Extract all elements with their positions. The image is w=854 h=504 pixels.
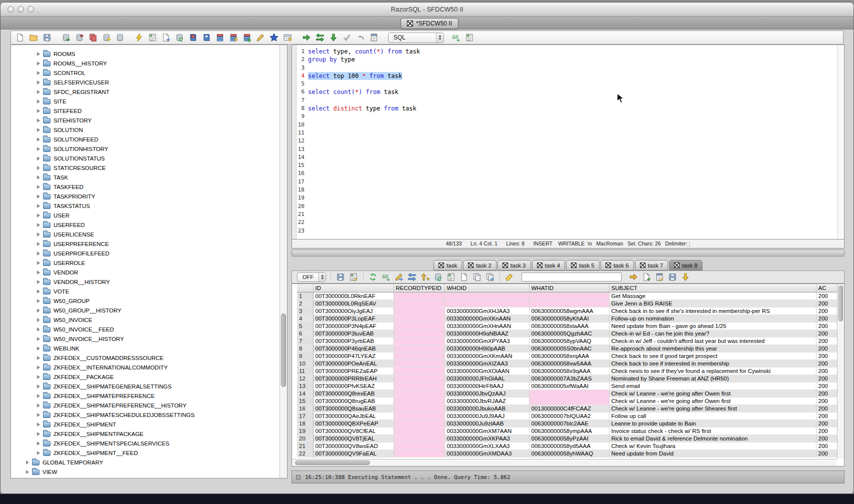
row-number-cell[interactable]: 1	[297, 292, 313, 300]
row-number-cell[interactable]: 13	[297, 382, 313, 390]
table-cell[interactable]: Need update from Bain - gave go ahead 1/…	[609, 322, 816, 330]
close-tab-icon[interactable]	[438, 262, 444, 268]
sidebar-item-solution[interactable]: SOLUTION	[11, 125, 280, 134]
table-cell[interactable]: 0033000000GmXHJAA3	[444, 307, 529, 314]
editor-line[interactable]: 7	[297, 96, 837, 104]
sidebar-item-site[interactable]: SITE	[11, 96, 280, 106]
disclosure-triangle-icon[interactable]	[37, 90, 40, 94]
table-cell[interactable]: 006300000058xlaAAA	[529, 322, 609, 330]
table-cell[interactable]: 200	[816, 322, 838, 330]
sidebar-item-zkfedex-shipment[interactable]: ZKFEDEX__SHIPMENT	[11, 420, 280, 429]
table-cell[interactable]: 0013000000C4fFCAAZ	[529, 404, 609, 412]
table-cell[interactable]: 200	[816, 300, 838, 307]
table-cell[interactable]: 200	[816, 382, 838, 390]
table-cell[interactable]	[394, 322, 444, 330]
save-edits-button[interactable]	[668, 272, 678, 282]
row-number-cell[interactable]: 11	[297, 367, 313, 374]
table-cell[interactable]	[444, 300, 529, 307]
disclosure-triangle-icon[interactable]	[26, 460, 29, 464]
table-cell[interactable]: 00T3000000OiyJgEAJ	[313, 307, 394, 314]
table-cell[interactable]: 200	[816, 420, 838, 427]
sidebar-item-taskfeed[interactable]: TASKFEED	[11, 182, 280, 192]
disclosure-triangle-icon[interactable]	[37, 451, 40, 455]
tree-view-button[interactable]	[407, 272, 417, 282]
editor-scrollbar[interactable]	[838, 45, 844, 239]
table-cell[interactable]	[529, 390, 609, 397]
table-row[interactable]: 1300T3000000PfvKSEAZ0033000000HirF8AAJ00…	[297, 382, 838, 390]
table-cell[interactable]: 00T3000000QV8CfEAL	[313, 427, 394, 434]
table-cell[interactable]: 00630000005QgzhAAC	[529, 330, 609, 337]
disclosure-triangle-icon[interactable]	[37, 166, 40, 170]
table-row[interactable]: 1100T3000000PREZaEAP0033000000GmXOiAAN00…	[297, 367, 838, 374]
table-cell[interactable]	[394, 307, 444, 314]
reload-data-button[interactable]	[433, 272, 443, 282]
results-rows-button[interactable]	[215, 32, 225, 42]
table-cell[interactable]: Get Massage	[609, 292, 816, 300]
disclosure-triangle-icon[interactable]	[37, 185, 40, 189]
table-cell[interactable]: Check w/ Leanne - we're going after Owen…	[609, 390, 816, 397]
table-cell[interactable]	[394, 434, 444, 442]
disclosure-triangle-icon[interactable]	[37, 100, 40, 104]
table-cell[interactable]: 00630000005S0bnAAC	[529, 344, 609, 352]
table-cell[interactable]: 0033000000JbukoAAB	[444, 404, 529, 412]
column-header-whatid[interactable]: WHATID	[529, 284, 609, 292]
editor-line[interactable]: 17	[297, 178, 837, 186]
copy-table-data-button[interactable]	[485, 272, 495, 282]
table-row[interactable]: 300T3000000OiyJgEAJ0033000000GmXHJAA3006…	[297, 307, 838, 314]
table-row[interactable]: 100T3000000L0RknEAFGet Massage200	[297, 292, 838, 300]
fetch-more-button[interactable]	[228, 32, 238, 42]
disclosure-triangle-icon[interactable]	[37, 118, 40, 122]
table-cell[interactable]: Give Jenn a BIG RAISE	[609, 300, 816, 307]
copy-table-button[interactable]	[88, 32, 98, 42]
table-cell[interactable]: 00T3000000PRR8rEAH	[313, 374, 394, 382]
disclosure-triangle-icon[interactable]	[37, 109, 40, 113]
editor-line[interactable]: 15	[297, 162, 837, 170]
db-object-button[interactable]	[115, 32, 125, 42]
results-hscrollbar-thumb[interactable]	[295, 460, 370, 465]
table-cell[interactable]: 00T3000000QV8wsEAD	[313, 442, 394, 450]
table-cell[interactable]: 00T3000000P3yrbEAB	[313, 337, 394, 344]
favorites-button[interactable]	[269, 32, 279, 42]
results-tab-task-8[interactable]: task 8	[669, 260, 702, 270]
disclosure-triangle-icon[interactable]	[37, 242, 40, 246]
sidebar-item-weblink[interactable]: WEBLINK	[11, 344, 280, 353]
sidebar-item-vendor[interactable]: VENDOR	[11, 268, 280, 277]
results-tab-task-2[interactable]: task 2	[463, 260, 496, 270]
table-row[interactable]: 200T3000000L0RqSEAVGive Jenn a BIG RAISE…	[297, 300, 838, 307]
table-cell[interactable]: 00T3000000P47LYEAZ	[313, 352, 394, 360]
table-row[interactable]: 1000T3000000POeAnEAL0033000000GmXIZAA300…	[297, 360, 838, 367]
editor-line[interactable]: 13	[297, 146, 837, 154]
table-cell[interactable]: 200	[816, 427, 838, 434]
table-cell[interactable]: 200	[816, 442, 838, 450]
table-cell[interactable]: Need update from David	[609, 450, 816, 457]
sidebar-item-sitehistory[interactable]: SITEHISTORY	[11, 116, 280, 125]
view-row-button[interactable]: 66	[381, 272, 391, 282]
disclosure-triangle-icon[interactable]	[37, 261, 40, 265]
sidebar-item-rooms[interactable]: ROOMS	[11, 49, 280, 58]
row-limit-select-stepper-icon[interactable]	[318, 273, 326, 282]
row-form-button[interactable]	[459, 272, 469, 282]
sidebar-item-solutionstatus[interactable]: SOLUTIONSTATUS	[11, 154, 280, 163]
table-cell[interactable]: 0033000000JFhGlAAL	[444, 374, 529, 382]
table-cell[interactable]: 0033000000GmXM7AAN	[444, 427, 529, 434]
table-cell[interactable]	[529, 300, 609, 307]
row-number-cell[interactable]: 19	[297, 427, 313, 434]
editor-line[interactable]: 10	[297, 121, 837, 129]
disclosure-triangle-icon[interactable]	[37, 62, 40, 66]
table-cell[interactable]	[394, 367, 444, 374]
sidebar-item-solutionhistory[interactable]: SOLUTIONHISTORY	[11, 144, 280, 154]
table-cell[interactable]: 006300000058ypVAAQ	[529, 337, 609, 344]
editor-line[interactable]: 19	[297, 194, 837, 202]
sidebar-item-userlicense[interactable]: USERLICENSE	[11, 230, 280, 239]
editor-line[interactable]: 11	[297, 129, 837, 137]
table-cell[interactable]: 00630000007A3bZAAS	[529, 374, 609, 382]
table-cell[interactable]: 0033000000H9aNBAAZ	[444, 330, 529, 337]
close-tab-icon[interactable]	[674, 262, 680, 268]
table-cell[interactable]: 00T3000000QAeJbEAL	[313, 412, 394, 420]
table-cell[interactable]: Re-approach about membership this year	[609, 344, 816, 352]
download-data-button[interactable]	[680, 272, 690, 282]
editor-line[interactable]: 22	[297, 218, 837, 226]
go-next-button[interactable]	[302, 32, 312, 42]
editor-line[interactable]: 8select distinct type from task	[297, 104, 837, 112]
sidebar-item-w50-invoice-history[interactable]: W50_INVOICE__HISTORY	[11, 334, 280, 344]
